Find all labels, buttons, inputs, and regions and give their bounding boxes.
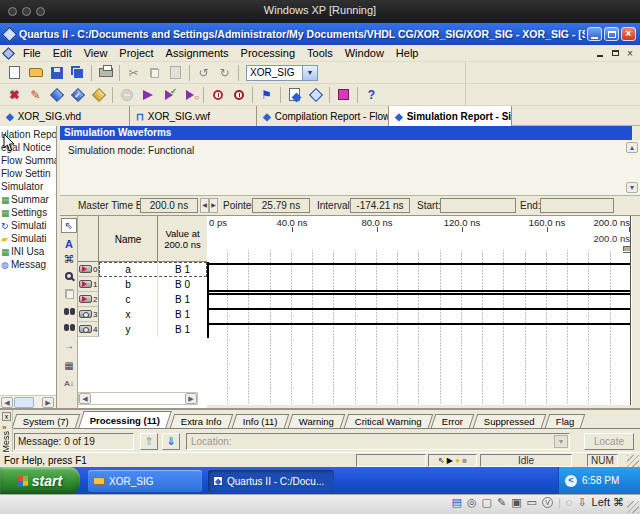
tab-simulation-report[interactable]: ◆Simulation Report - Simula... [389, 106, 512, 126]
vm-resize-grip[interactable] [627, 501, 639, 513]
menu-view[interactable]: View [78, 47, 114, 59]
tree-item-simulation-waveforms[interactable]: ↻Simulati [0, 219, 56, 232]
pattern-tool-button[interactable]: ▦ [61, 358, 77, 373]
minimize-button[interactable] [587, 27, 602, 41]
new-project-wizard-button[interactable]: ✖ [4, 86, 25, 104]
app-titlebar[interactable]: Quartus II - C:/Documents and Settings/A… [0, 23, 640, 45]
assignment-editor-button[interactable]: ✎ [25, 86, 46, 104]
tab-extra-info[interactable]: Extra Info [170, 414, 233, 428]
restore-button[interactable] [604, 27, 619, 41]
mdi-minimize-button[interactable] [593, 47, 607, 60]
menu-processing[interactable]: Processing [235, 47, 301, 59]
tab-flag[interactable]: Flag [545, 414, 586, 428]
save-button[interactable] [46, 64, 67, 82]
signal-row-c[interactable]: 2 cB 1 [78, 292, 207, 307]
tree-item-simulator[interactable]: Simulator [0, 180, 56, 193]
close-button[interactable]: × [621, 27, 636, 41]
scroll-up-icon[interactable]: ▲ [626, 142, 638, 153]
tab-warning[interactable]: Warning [287, 414, 345, 428]
rtl-viewer-button[interactable] [305, 86, 326, 104]
programmer-button[interactable] [333, 86, 354, 104]
waveform-plot[interactable]: 0 ps 40.0 ns 80.0 ns 120.0 ns 160.0 ns 2… [207, 216, 632, 405]
tree-item-summary[interactable]: ▦Summar [0, 193, 56, 206]
scroll-right-icon[interactable]: ▶ [42, 397, 54, 408]
master-time-bar-line[interactable] [630, 216, 631, 405]
tab-system[interactable]: System (7) [12, 414, 80, 428]
print-button[interactable] [95, 64, 116, 82]
redo-button[interactable]: ↻ [214, 64, 235, 82]
new-file-button[interactable] [4, 64, 25, 82]
mdi-close-button[interactable]: × [623, 47, 637, 60]
table-horizontal-scrollbar[interactable]: ◀ ▶ [78, 392, 198, 405]
menu-window[interactable]: Window [339, 47, 390, 59]
location-combo[interactable]: Location: ▼ [186, 433, 570, 450]
tree-item-ini-usage[interactable]: ▦INI Usa [0, 245, 56, 258]
signal-row-b[interactable]: 1 bB 0 [78, 277, 207, 292]
help-button[interactable]: ? [361, 86, 382, 104]
locate-button[interactable]: Locate [584, 433, 634, 450]
open-file-button[interactable] [25, 64, 46, 82]
stop-processing-button[interactable] [116, 86, 137, 104]
tab-suppressed[interactable]: Suppressed [473, 414, 546, 428]
menu-project[interactable]: Project [113, 47, 159, 59]
start-button[interactable]: start [0, 467, 80, 494]
signal-row-x[interactable]: 3 xB 1 [78, 307, 207, 322]
signal-row-a[interactable]: 0 aB 1 [78, 262, 207, 277]
timequest-button[interactable] [207, 86, 228, 104]
start-timing-button[interactable]: ○ [179, 86, 200, 104]
close-messages-icon[interactable]: x [2, 412, 11, 421]
tab-info[interactable]: Info (11) [232, 414, 289, 428]
undo-button[interactable]: ↺ [193, 64, 214, 82]
signal-row-y[interactable]: 4 yB 1 [78, 322, 207, 337]
pin-planner-button[interactable] [88, 86, 109, 104]
sort-tool-button[interactable]: A↓ [61, 376, 77, 391]
previous-message-button[interactable]: ⇑ [140, 433, 158, 450]
menu-tools[interactable]: Tools [301, 47, 339, 59]
tab-compilation-report[interactable]: ◆Compilation Report - Flow Summ... [257, 106, 389, 126]
copy-button[interactable] [144, 64, 165, 82]
menu-edit[interactable]: Edit [47, 47, 78, 59]
zoom-tool-button[interactable] [61, 268, 77, 283]
project-combo[interactable]: XOR_SIG ▼ [246, 65, 318, 81]
assignments-check-button[interactable]: ✓ [67, 86, 88, 104]
compilation-report-button[interactable] [284, 86, 305, 104]
spin-left-icon[interactable]: ◀ [200, 198, 209, 213]
paste-button[interactable] [165, 64, 186, 82]
save-all-button[interactable] [67, 64, 88, 82]
scrollbar-thumb[interactable] [14, 397, 34, 408]
cut-button[interactable]: ✂ [123, 64, 144, 82]
tree-item-simulation-coverage[interactable]: ▰Simulati [0, 232, 56, 245]
tab-xor-sig-vhd[interactable]: ◆XOR_SIG.vhd [0, 106, 130, 126]
hide-icons-chevron[interactable]: < [565, 475, 577, 487]
tab-xor-sig-vwf[interactable]: ⊓XOR_SIG.vwf [130, 106, 257, 126]
settings-button[interactable] [46, 86, 67, 104]
tab-error[interactable]: Error [431, 414, 475, 428]
analysis-synthesis-button[interactable]: ✓ [158, 86, 179, 104]
find-tool-button[interactable] [61, 304, 77, 319]
next-message-button[interactable]: ⇓ [162, 433, 180, 450]
menu-assignments[interactable]: Assignments [160, 47, 235, 59]
scroll-right-icon[interactable]: ▶ [185, 393, 197, 404]
scroll-left-icon[interactable]: ◀ [79, 393, 91, 404]
find-next-tool-button[interactable] [61, 320, 77, 335]
duplicate-tool-button[interactable] [61, 286, 77, 301]
text-tool-button[interactable]: A [61, 236, 77, 251]
tree-horizontal-scrollbar[interactable]: ◀ ▶ [0, 395, 56, 408]
tree-item-messages[interactable]: ◍Messag [0, 258, 56, 271]
tree-item-settings[interactable]: ▦Settings [0, 206, 56, 219]
combo-dropdown-icon[interactable]: ▼ [302, 66, 317, 80]
resize-grip[interactable] [627, 455, 639, 467]
location-dropdown-icon[interactable]: ▼ [554, 435, 568, 448]
tree-item-flow-summary[interactable]: Flow Summa [0, 154, 56, 167]
tab-processing[interactable]: Processing (11) [78, 411, 172, 428]
start-simulation-button[interactable]: ⚑ [256, 86, 277, 104]
waveform-edit-tool-button[interactable]: ⌘ [61, 252, 77, 267]
mdi-restore-button[interactable] [608, 47, 622, 60]
spin-right-icon[interactable]: ▶ [209, 198, 218, 213]
task-quartus[interactable]: ◆ Quartus II - C:/Docu... [208, 470, 334, 492]
menu-help[interactable]: Help [390, 47, 425, 59]
timing-analyzer-button[interactable] [228, 86, 249, 104]
start-compilation-button[interactable] [137, 86, 158, 104]
selection-tool-button[interactable]: ⇖ [61, 218, 77, 233]
scroll-down-icon[interactable]: ▼ [626, 182, 638, 193]
